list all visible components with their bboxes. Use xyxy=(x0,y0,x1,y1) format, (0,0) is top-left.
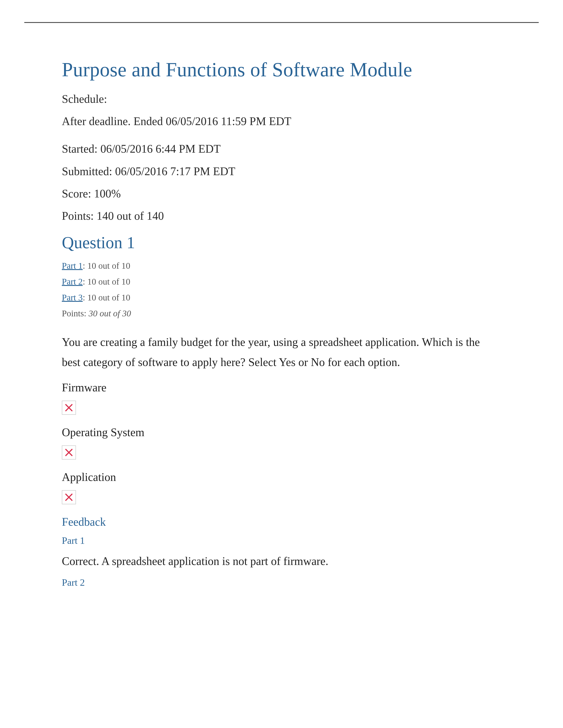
feedback-part-1-heading: Part 1 xyxy=(62,535,501,546)
answer-x-box xyxy=(62,490,76,504)
part-link-1[interactable]: Part 1 xyxy=(62,261,83,271)
answer-x-box xyxy=(62,401,76,415)
answer-x-box xyxy=(62,445,76,460)
part-score-1: : 10 out of 10 xyxy=(83,261,130,271)
part-summary-row: Part 1: 10 out of 10 xyxy=(62,258,501,273)
score: Score: 100% xyxy=(62,184,501,203)
option-application: Application xyxy=(62,471,501,504)
part-link-2[interactable]: Part 2 xyxy=(62,277,83,287)
option-label: Firmware xyxy=(62,381,501,394)
part-score-3: : 10 out of 10 xyxy=(83,293,130,302)
content-area: Purpose and Functions of Software Module… xyxy=(62,23,501,588)
x-icon xyxy=(64,448,73,457)
points-label: Points: xyxy=(62,308,88,318)
option-operating-system: Operating System xyxy=(62,426,501,460)
module-title: Purpose and Functions of Software Module xyxy=(62,58,501,81)
started: Started: 06/05/2016 6:44 PM EDT xyxy=(62,140,501,158)
option-label: Operating System xyxy=(62,426,501,439)
feedback-heading: Feedback xyxy=(62,515,501,528)
x-icon xyxy=(64,403,73,412)
points: Points: 140 out of 140 xyxy=(62,207,501,225)
x-icon xyxy=(64,493,73,502)
points-value: 30 out of 30 xyxy=(88,308,131,318)
part-score-2: : 10 out of 10 xyxy=(83,277,130,287)
submitted: Submitted: 06/05/2016 7:17 PM EDT xyxy=(62,162,501,180)
schedule-value: After deadline. Ended 06/05/2016 11:59 P… xyxy=(62,112,501,130)
schedule-label: Schedule: xyxy=(62,90,501,108)
question-heading: Question 1 xyxy=(62,233,501,252)
attempt-group: Started: 06/05/2016 6:44 PM EDT Submitte… xyxy=(62,140,501,225)
feedback-part-2-heading: Part 2 xyxy=(62,577,501,588)
meta-block: Schedule: After deadline. Ended 06/05/20… xyxy=(62,90,501,225)
feedback-part-1-text: Correct. A spreadsheet application is no… xyxy=(62,552,501,570)
option-label: Application xyxy=(62,471,501,484)
part-link-3[interactable]: Part 3 xyxy=(62,293,83,302)
part-summary: Part 1: 10 out of 10 Part 2: 10 out of 1… xyxy=(62,258,501,321)
part-summary-row: Part 2: 10 out of 10 xyxy=(62,274,501,289)
schedule-group: Schedule: After deadline. Ended 06/05/20… xyxy=(62,90,501,130)
question-text: You are creating a family budget for the… xyxy=(62,332,501,372)
page: Purpose and Functions of Software Module… xyxy=(0,22,563,588)
option-firmware: Firmware xyxy=(62,381,501,415)
points-row: Points: 30 out of 30 xyxy=(62,306,501,321)
part-summary-row: Part 3: 10 out of 10 xyxy=(62,290,501,305)
